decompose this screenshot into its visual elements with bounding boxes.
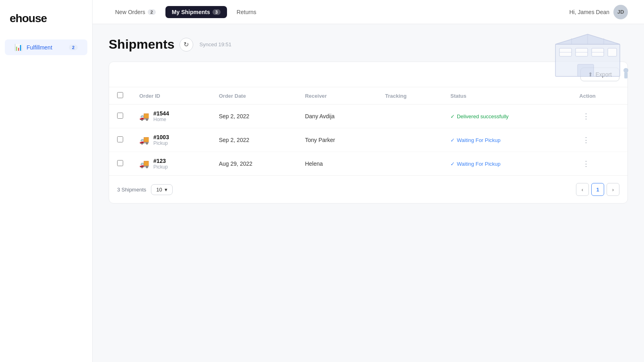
row-2-checkbox[interactable] (117, 160, 123, 166)
sidebar: ehouse 📊 Fulfillment 2 (0, 0, 93, 362)
order-id-value: #1003 (153, 134, 169, 140)
chevron-down-icon: ▾ (165, 187, 167, 193)
receiver-cell: Dany Avdija (297, 105, 377, 128)
greeting-text: Hi, James Dean (569, 9, 609, 15)
order-id-value: #123 (153, 158, 168, 164)
pagination-controls: ‹ 1 › (576, 183, 619, 196)
order-type-icon: 🚚 (139, 111, 149, 121)
avatar-initials: JD (617, 9, 624, 15)
action-menu-button[interactable]: ⋮ (579, 158, 593, 169)
col-receiver: Receiver (297, 87, 377, 105)
sidebar-item-badge: 2 (69, 45, 78, 50)
nav-new-orders-label: New Orders (115, 9, 145, 15)
nav-new-orders[interactable]: New Orders 2 (109, 6, 162, 18)
svg-point-10 (623, 68, 628, 73)
order-date-cell: Sep 2, 2022 (211, 128, 297, 152)
order-type-icon: 🚚 (139, 159, 149, 169)
svg-rect-11 (624, 72, 627, 78)
svg-rect-9 (578, 64, 594, 76)
per-page-select[interactable]: 10 ▾ (151, 184, 172, 195)
status-badge: ✓ Delivered successfully (450, 113, 563, 119)
order-id-cell: 🚚 #123 Pickup (131, 152, 211, 176)
nav-my-shipments-badge: 3 (213, 9, 221, 15)
sidebar-item-fulfillment[interactable]: 📊 Fulfillment 2 (5, 39, 87, 55)
prev-page-button[interactable]: ‹ (576, 183, 589, 196)
action-menu-button[interactable]: ⋮ (579, 111, 593, 122)
order-id-value: #1544 (153, 110, 169, 117)
content-area: Shipments ↻ Synced 19:51 ⬆ Export (93, 24, 644, 362)
order-type-label: Home (153, 117, 169, 122)
col-action: Action (571, 87, 627, 105)
col-checkbox (109, 87, 131, 105)
top-navigation: New Orders 2 My Shipments 3 Returns Hi, … (93, 0, 644, 24)
order-date-cell: Aug 29, 2022 (211, 152, 297, 176)
total-count: 3 Shipments (117, 187, 146, 193)
row-0-checkbox[interactable] (117, 113, 123, 119)
table-header-row: Order ID Order Date Receiver Tracking St… (109, 87, 627, 105)
status-badge: ✓ Waiting For Pickup (450, 161, 563, 167)
row-checkbox-cell (109, 128, 131, 152)
check-icon: ✓ (450, 161, 455, 167)
main-area: New Orders 2 My Shipments 3 Returns Hi, … (93, 0, 644, 362)
per-page-value: 10 (156, 187, 162, 193)
pagination-row: 3 Shipments 10 ▾ ‹ 1 › (109, 175, 627, 203)
tracking-cell (377, 105, 442, 128)
table-toolbar: ⬆ Export (109, 62, 627, 87)
status-badge: ✓ Waiting For Pickup (450, 137, 563, 143)
order-type-icon: 🚚 (139, 135, 149, 145)
check-icon: ✓ (450, 137, 455, 143)
table-row: 🚚 #1544 Home Sep 2, 2022Dany Avdija✓ Del… (109, 105, 627, 128)
action-menu-button[interactable]: ⋮ (579, 134, 593, 146)
col-order-id: Order ID (131, 87, 211, 105)
sidebar-item-label: Fulfillment (27, 44, 52, 51)
page-title: Shipments (109, 37, 175, 52)
order-type-label: Pickup (153, 140, 169, 146)
action-cell: ⋮ (571, 128, 627, 152)
sync-status: Synced 19:51 (200, 41, 232, 47)
table-row: 🚚 #1003 Pickup Sep 2, 2022Tony Parker✓ W… (109, 128, 627, 152)
col-order-date: Order Date (211, 87, 297, 105)
check-icon: ✓ (450, 113, 455, 119)
select-all-checkbox[interactable] (117, 92, 123, 98)
table-row: 🚚 #123 Pickup Aug 29, 2022Helena✓ Waitin… (109, 152, 627, 176)
shipments-table: Order ID Order Date Receiver Tracking St… (109, 87, 627, 175)
nav-returns-label: Returns (237, 9, 256, 15)
nav-new-orders-badge: 2 (148, 9, 156, 15)
user-greeting: Hi, James Dean JD (569, 5, 628, 19)
shipments-table-container: ⬆ Export Order ID Order Date Receiver Tr… (109, 62, 628, 204)
row-1-checkbox[interactable] (117, 136, 123, 142)
order-type-label: Pickup (153, 164, 168, 170)
nav-my-shipments[interactable]: My Shipments 3 (165, 6, 227, 18)
current-page: 1 (591, 183, 604, 196)
nav-my-shipments-label: My Shipments (172, 9, 210, 15)
warehouse-illustration (551, 32, 632, 80)
tracking-cell (377, 152, 442, 176)
receiver-cell: Helena (297, 152, 377, 176)
row-checkbox-cell (109, 105, 131, 128)
next-page-button[interactable]: › (607, 183, 619, 196)
svg-rect-5 (608, 48, 617, 56)
avatar: JD (613, 5, 628, 19)
fulfillment-icon: 📊 (14, 43, 23, 51)
action-cell: ⋮ (571, 152, 627, 176)
status-cell: ✓ Waiting For Pickup (442, 152, 571, 176)
receiver-cell: Tony Parker (297, 128, 377, 152)
tracking-cell (377, 128, 442, 152)
action-cell: ⋮ (571, 105, 627, 128)
status-cell: ✓ Waiting For Pickup (442, 128, 571, 152)
app-logo: ehouse (0, 12, 92, 39)
col-status: Status (442, 87, 571, 105)
order-id-cell: 🚚 #1544 Home (131, 105, 211, 128)
col-tracking: Tracking (377, 87, 442, 105)
order-id-cell: 🚚 #1003 Pickup (131, 128, 211, 152)
order-date-cell: Sep 2, 2022 (211, 105, 297, 128)
nav-returns[interactable]: Returns (230, 6, 263, 18)
status-cell: ✓ Delivered successfully (442, 105, 571, 128)
refresh-button[interactable]: ↻ (180, 38, 193, 51)
page-header: Shipments ↻ Synced 19:51 (109, 37, 628, 52)
row-checkbox-cell (109, 152, 131, 176)
